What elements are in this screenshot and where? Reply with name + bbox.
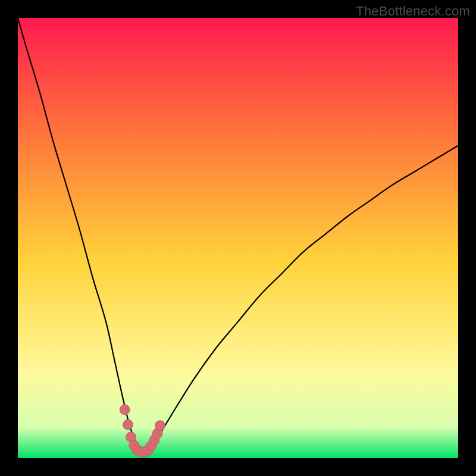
bottleneck-chart — [18, 18, 458, 458]
watermark-text: TheBottleneck.com — [356, 4, 470, 19]
plot-area — [18, 18, 458, 458]
optimal-marker — [123, 419, 133, 430]
optimal-marker — [155, 421, 165, 431]
optimal-marker — [120, 405, 130, 415]
gradient-background — [18, 18, 458, 458]
chart-frame: TheBottleneck.com — [0, 0, 476, 476]
